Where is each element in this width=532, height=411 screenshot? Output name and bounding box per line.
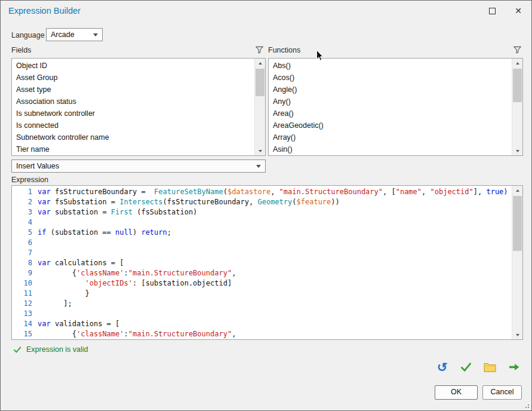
cancel-button[interactable]: Cancel bbox=[482, 385, 522, 400]
undo-icon: ↺ bbox=[437, 361, 448, 373]
validation-status: Expression is valid bbox=[13, 345, 88, 354]
fields-label: Fields bbox=[11, 46, 31, 54]
arrow-right-icon bbox=[508, 363, 520, 372]
code-line: 12 ]; bbox=[12, 299, 512, 309]
folder-icon bbox=[484, 362, 496, 372]
scroll-down-icon[interactable] bbox=[255, 146, 265, 155]
maximize-icon bbox=[489, 8, 496, 14]
list-item[interactable]: Acos() bbox=[269, 72, 522, 84]
list-item[interactable]: Tier name bbox=[12, 143, 265, 155]
scroll-down-icon[interactable] bbox=[512, 330, 522, 339]
chevron-down-icon bbox=[256, 165, 261, 168]
code-line: 4 bbox=[12, 217, 512, 228]
code-line: 15 {'className':"main.StructureBoundary"… bbox=[12, 329, 512, 339]
code-text: } bbox=[38, 289, 90, 299]
maximize-button[interactable] bbox=[479, 1, 505, 21]
mouse-cursor bbox=[316, 50, 324, 62]
action-toolbar: ↺ bbox=[435, 360, 521, 374]
list-item[interactable]: Subnetwork controller name bbox=[12, 131, 265, 143]
functions-scrollbar[interactable] bbox=[512, 59, 522, 155]
line-number: 3 bbox=[12, 207, 38, 217]
list-item[interactable]: Object ID bbox=[12, 60, 265, 72]
list-item[interactable]: Asset Group bbox=[12, 72, 265, 84]
status-text: Expression is valid bbox=[26, 345, 88, 354]
line-number: 5 bbox=[12, 228, 38, 238]
scroll-up-icon[interactable] bbox=[255, 59, 265, 68]
resize-grip[interactable] bbox=[523, 402, 529, 408]
close-icon: ✕ bbox=[515, 7, 522, 15]
line-number: 12 bbox=[12, 299, 38, 309]
line-number: 11 bbox=[12, 289, 38, 299]
insert-values-select[interactable]: Insert Values bbox=[11, 160, 266, 173]
code-area[interactable]: 1var fsStructureBoundary = FeatureSetByN… bbox=[12, 187, 512, 339]
code-text: 'objectIDs': [substation.objectid] bbox=[38, 278, 232, 289]
check-icon bbox=[13, 346, 21, 354]
code-text: var validations = [ bbox=[38, 319, 119, 329]
code-line: 8var calculations = [ bbox=[12, 258, 512, 268]
language-value: Arcade bbox=[51, 30, 75, 39]
code-line: 9 {'className':"main.StructureBoundary", bbox=[12, 268, 512, 278]
undo-button[interactable]: ↺ bbox=[435, 360, 449, 374]
code-text: if (substation == null) return; bbox=[38, 228, 171, 238]
fields-list[interactable]: Object IDAsset GroupAsset typeAssociatio… bbox=[11, 58, 266, 156]
scroll-up-icon[interactable] bbox=[512, 186, 522, 195]
validate-button[interactable] bbox=[459, 360, 473, 374]
scrollbar-thumb[interactable] bbox=[513, 196, 522, 251]
line-number: 14 bbox=[12, 319, 38, 329]
code-line: 3var substation = First (fsSubstation) bbox=[12, 207, 512, 217]
language-label: Language bbox=[11, 31, 45, 39]
list-item[interactable]: Angle() bbox=[269, 84, 522, 96]
fields-scrollbar[interactable] bbox=[254, 59, 265, 155]
scroll-down-icon[interactable] bbox=[512, 146, 522, 155]
line-number: 1 bbox=[12, 187, 38, 197]
list-item[interactable]: Abs() bbox=[269, 60, 522, 72]
code-line: 1var fsStructureBoundary = FeatureSetByN… bbox=[12, 187, 512, 197]
list-item[interactable]: Is connected bbox=[12, 119, 265, 131]
filter-icon bbox=[255, 45, 264, 54]
list-item[interactable]: Area() bbox=[269, 108, 522, 119]
window-title: Expression Builder bbox=[1, 6, 81, 16]
scrollbar-thumb[interactable] bbox=[513, 69, 522, 102]
open-file-button[interactable] bbox=[483, 360, 497, 374]
code-line: 2var fsSubstation = Intersects(fsStructu… bbox=[12, 197, 512, 207]
line-number: 8 bbox=[12, 258, 38, 268]
line-number: 13 bbox=[12, 309, 38, 319]
code-text: {'className':"main.StructureBoundary", bbox=[38, 268, 236, 278]
functions-list[interactable]: Abs()Acos()Angle()Any()Area()AreaGeodeti… bbox=[268, 58, 523, 156]
code-text: var calculations = [ bbox=[38, 258, 124, 268]
expression-builder-dialog: Expression Builder ✕ Language Arcade Fie… bbox=[0, 0, 532, 411]
language-select[interactable]: Arcade bbox=[46, 28, 103, 41]
line-number: 2 bbox=[12, 197, 38, 207]
list-item[interactable]: Any() bbox=[269, 96, 522, 108]
list-item[interactable]: Is subnetwork controller bbox=[12, 108, 265, 119]
list-item[interactable]: Array() bbox=[269, 131, 522, 143]
line-number: 10 bbox=[12, 278, 38, 289]
code-line: 5if (substation == null) return; bbox=[12, 228, 512, 238]
scroll-up-icon[interactable] bbox=[512, 59, 522, 68]
expression-editor[interactable]: 1var fsStructureBoundary = FeatureSetByN… bbox=[11, 185, 523, 340]
code-text: var substation = First (fsSubstation) bbox=[38, 207, 197, 217]
check-icon bbox=[460, 362, 472, 372]
line-number: 6 bbox=[12, 238, 38, 248]
editor-scrollbar[interactable] bbox=[512, 186, 522, 339]
ok-button[interactable]: OK bbox=[435, 385, 478, 400]
line-number: 9 bbox=[12, 268, 38, 278]
expression-label: Expression bbox=[11, 176, 48, 184]
code-text: ]; bbox=[38, 299, 72, 309]
functions-filter-button[interactable] bbox=[512, 44, 522, 55]
export-button[interactable] bbox=[507, 360, 521, 374]
list-item[interactable]: Asset type bbox=[12, 84, 265, 96]
close-button[interactable]: ✕ bbox=[505, 1, 531, 21]
code-text: {'className':"main.StructureBoundary", bbox=[38, 329, 236, 339]
fields-filter-button[interactable] bbox=[254, 44, 265, 55]
line-number: 15 bbox=[12, 329, 38, 339]
list-item[interactable]: AreaGeodetic() bbox=[269, 119, 522, 131]
list-item[interactable]: Association status bbox=[12, 96, 265, 108]
insert-values-label: Insert Values bbox=[16, 162, 59, 170]
scrollbar-thumb[interactable] bbox=[256, 69, 265, 96]
code-line: 11 } bbox=[12, 289, 512, 299]
filter-icon bbox=[513, 45, 522, 54]
chevron-down-icon bbox=[93, 33, 98, 36]
code-line: 10 'objectIDs': [substation.objectid] bbox=[12, 278, 512, 289]
list-item[interactable]: Asin() bbox=[269, 143, 522, 155]
